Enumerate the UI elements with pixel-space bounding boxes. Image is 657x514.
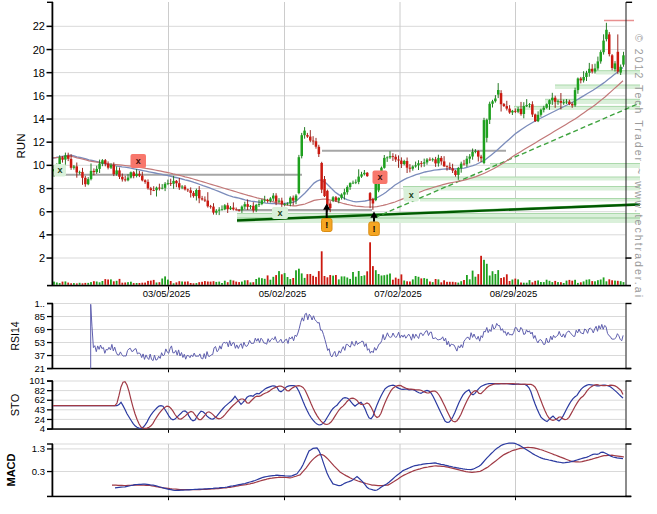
- svg-text:8: 8: [39, 183, 45, 195]
- svg-text:!: !: [325, 220, 328, 230]
- svg-text:16: 16: [33, 90, 45, 102]
- svg-text:10: 10: [33, 159, 45, 171]
- svg-text:1..: 1..: [34, 298, 45, 309]
- svg-text:53: 53: [34, 337, 45, 348]
- svg-text:RUN: RUN: [15, 134, 27, 159]
- svg-text:x: x: [377, 172, 382, 182]
- svg-text:2: 2: [39, 252, 45, 264]
- svg-text:1.3: 1.3: [32, 443, 45, 454]
- svg-text:x: x: [57, 165, 62, 175]
- svg-text:14: 14: [33, 113, 45, 125]
- svg-text:03/05/2025: 03/05/2025: [143, 288, 191, 299]
- svg-text:x: x: [136, 156, 141, 166]
- svg-text:RSI14: RSI14: [9, 321, 21, 350]
- svg-text:x: x: [277, 208, 282, 218]
- svg-text:05/02/2025: 05/02/2025: [259, 288, 307, 299]
- svg-text:20: 20: [33, 44, 45, 56]
- svg-text:STO: STO: [9, 393, 21, 416]
- svg-text:21: 21: [34, 363, 45, 374]
- svg-text:x: x: [409, 190, 414, 200]
- svg-text:12: 12: [33, 136, 45, 148]
- svg-text:!: !: [373, 224, 376, 234]
- svg-text:37: 37: [34, 350, 45, 361]
- svg-text:4: 4: [39, 229, 45, 241]
- svg-text:69: 69: [34, 324, 45, 335]
- svg-text:MACD: MACD: [5, 453, 17, 486]
- svg-text:85: 85: [34, 311, 45, 322]
- svg-text:© 2012 Tech Trader ~ www.techt: © 2012 Tech Trader ~ www.techtrader.ai: [633, 34, 645, 297]
- svg-text:22: 22: [33, 20, 45, 32]
- svg-text:4: 4: [40, 423, 45, 434]
- svg-text:6: 6: [39, 206, 45, 218]
- svg-text:0.3: 0.3: [32, 466, 45, 477]
- svg-text:18: 18: [33, 67, 45, 79]
- svg-text:07/02/2025: 07/02/2025: [374, 288, 422, 299]
- svg-text:08/29/2025: 08/29/2025: [490, 288, 538, 299]
